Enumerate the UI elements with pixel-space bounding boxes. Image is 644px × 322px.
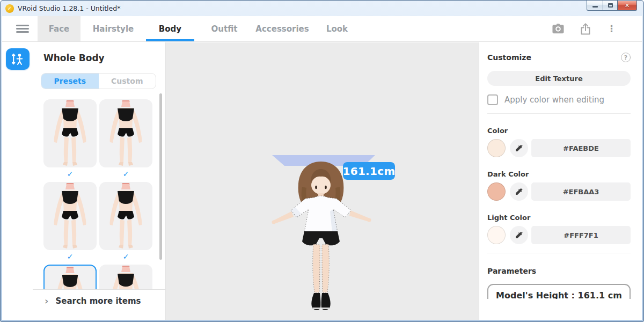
hex-value-field[interactable]: #EFBAA3 xyxy=(531,182,631,201)
eyedropper-button[interactable] xyxy=(510,226,528,244)
category-tab[interactable]: Accessories xyxy=(254,16,310,41)
color-swatch[interactable] xyxy=(487,139,506,157)
preset-thumbnail[interactable] xyxy=(43,182,97,250)
hamburger-menu-icon[interactable] xyxy=(16,25,29,33)
eyedropper-button[interactable] xyxy=(510,182,528,201)
minimize-button[interactable] xyxy=(587,1,603,11)
maximize-button[interactable] xyxy=(603,1,618,11)
hex-value-field[interactable]: #FFF7F1 xyxy=(531,226,631,244)
tab-label: Body xyxy=(159,24,181,34)
mode-tab[interactable]: Presets xyxy=(41,74,99,89)
body-measure-tool-button[interactable] xyxy=(6,48,30,70)
title-bar: ✓ VRoid Studio 1.28.1 - Untitled* ✕ xyxy=(1,1,643,16)
preset-item[interactable]: ✓ xyxy=(43,99,97,180)
model-height-parameter[interactable]: Model's Height : 161.1 cm xyxy=(487,284,631,299)
color-groups: Color #FAEBDE Dark Color xyxy=(487,127,631,244)
camera-icon[interactable] xyxy=(552,24,564,34)
mode-tab-label: Presets xyxy=(54,77,86,85)
category-tab[interactable]: Body xyxy=(146,16,194,41)
color-swatch[interactable] xyxy=(487,226,506,244)
color-group-row: #FAEBDE xyxy=(487,139,631,157)
preset-item[interactable]: ✓ xyxy=(43,182,97,263)
close-icon: ✕ xyxy=(625,2,630,9)
eyedropper-icon xyxy=(515,231,523,239)
customize-header: Customize ? xyxy=(487,53,631,62)
color-swatch[interactable] xyxy=(487,182,506,201)
color-group-label: Color xyxy=(487,127,631,135)
more-options-icon[interactable]: ⋮ xyxy=(607,24,616,33)
tab-label: Face xyxy=(49,24,70,34)
category-tab[interactable]: Hairstyle xyxy=(90,16,136,41)
help-icon[interactable]: ? xyxy=(621,53,631,62)
preset-item[interactable]: ✓ xyxy=(43,265,97,291)
close-button[interactable]: ✕ xyxy=(618,1,637,11)
eyedropper-icon xyxy=(515,187,523,196)
toolbar-actions: ⋮ xyxy=(552,16,642,41)
vroid-logo-icon: ✓ xyxy=(5,4,14,13)
mode-tab-label: Custom xyxy=(111,77,143,85)
preset-grid: ✓ ✓ xyxy=(33,96,165,291)
height-badge: 161.1cm xyxy=(343,162,395,180)
customize-panel: Customize ? Edit Texture Apply color whe… xyxy=(479,42,642,320)
preset-thumbnail[interactable] xyxy=(99,99,152,167)
presets-panel: Whole Body Presets Custom xyxy=(33,42,166,320)
divider xyxy=(487,113,631,114)
presets-custom-switch: Presets Custom xyxy=(41,73,156,89)
color-group-label: Dark Color xyxy=(487,170,631,178)
color-group-label: Light Color xyxy=(487,214,631,222)
apply-color-label: Apply color when editing xyxy=(504,95,604,105)
mode-tab[interactable]: Custom xyxy=(99,74,156,89)
tab-label: Hairstyle xyxy=(93,24,134,34)
tab-label: Outfit xyxy=(211,24,238,34)
preset-item[interactable]: ✓ xyxy=(99,265,152,291)
preset-checkmark-icon: ✓ xyxy=(43,250,97,263)
window-controls: ✕ xyxy=(587,1,637,11)
panel-title: Whole Body xyxy=(43,53,165,63)
preset-item[interactable]: ✓ xyxy=(99,182,152,263)
color-group-row: #FFF7F1 xyxy=(487,226,631,244)
model-height-label: Model's Height : 161.1 cm xyxy=(488,290,630,299)
preset-item[interactable]: ✓ xyxy=(99,99,152,180)
export-icon[interactable] xyxy=(580,23,591,35)
preset-thumbnail[interactable] xyxy=(99,182,152,250)
preset-thumbnail[interactable] xyxy=(43,99,97,167)
customize-title: Customize xyxy=(487,53,531,62)
tab-label: Look xyxy=(326,24,348,34)
edit-texture-button[interactable]: Edit Texture xyxy=(487,71,631,86)
category-tab[interactable]: Look xyxy=(320,16,354,41)
category-tab[interactable]: Face xyxy=(38,16,80,41)
app-body: Face Hairstyle Body Outfit Accessories xyxy=(2,16,642,320)
preset-checkmark-icon: ✓ xyxy=(99,250,152,263)
divider xyxy=(487,253,631,253)
panel-scrollbar[interactable] xyxy=(159,93,162,260)
window-title: VRoid Studio 1.28.1 - Untitled* xyxy=(18,4,120,12)
eyedropper-button[interactable] xyxy=(510,139,528,157)
search-more-items[interactable]: › Search more items xyxy=(33,289,165,320)
preset-checkmark-icon: ✓ xyxy=(43,167,97,180)
minimize-icon xyxy=(592,6,598,8)
tab-label: Accessories xyxy=(255,24,309,34)
apply-color-checkbox[interactable] xyxy=(487,94,498,105)
app-window: ✓ VRoid Studio 1.28.1 - Untitled* ✕ Face… xyxy=(0,0,644,322)
model-viewport[interactable]: 161.1cm xyxy=(166,42,479,320)
parameters-title: Parameters xyxy=(487,267,631,275)
tool-strip xyxy=(2,42,33,320)
hex-value-field[interactable]: #FAEBDE xyxy=(531,139,631,157)
active-tab-underline xyxy=(146,39,194,41)
eyedropper-icon xyxy=(515,144,523,152)
category-tab[interactable]: Outfit xyxy=(204,16,245,41)
main-toolbar: Face Hairstyle Body Outfit Accessories xyxy=(2,16,642,42)
character-model xyxy=(271,160,384,316)
color-group: Color #FAEBDE xyxy=(487,127,631,157)
color-group: Dark Color #EFBAA3 xyxy=(487,170,631,201)
color-group-row: #EFBAA3 xyxy=(487,182,631,201)
maximize-icon xyxy=(608,3,613,8)
content-area: Whole Body Presets Custom xyxy=(2,42,642,320)
preset-thumbnail[interactable] xyxy=(43,265,97,291)
chevron-right-icon: › xyxy=(45,296,48,306)
preset-thumbnail[interactable] xyxy=(99,265,152,291)
search-more-label: Search more items xyxy=(55,296,141,306)
preset-checkmark-icon: ✓ xyxy=(99,167,152,180)
color-group: Light Color #FFF7F1 xyxy=(487,214,631,244)
height-person-icon xyxy=(11,52,25,67)
